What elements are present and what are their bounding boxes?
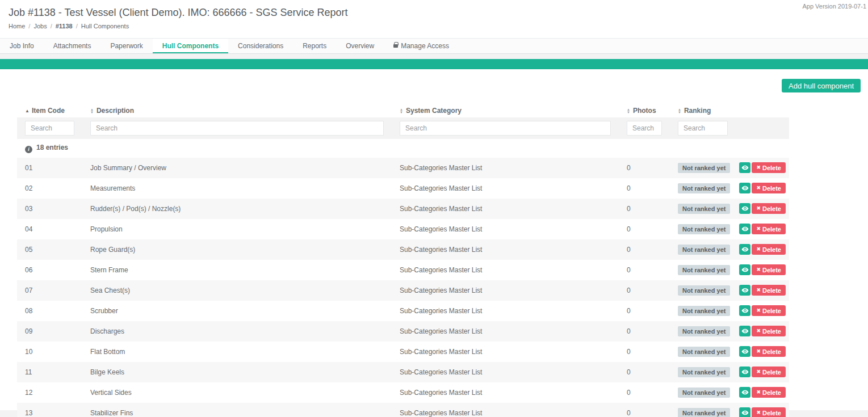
row-actions: ✖Delete (739, 224, 786, 234)
view-button[interactable] (739, 305, 750, 316)
panel-accent-bar (0, 59, 868, 69)
delete-label: Delete (762, 369, 781, 376)
cell-description: Discharges (82, 321, 392, 342)
view-button[interactable] (739, 326, 750, 336)
tab-label: Considerations (238, 42, 283, 50)
tab-considerations[interactable]: Considerations (228, 39, 293, 53)
delete-button[interactable]: ✖Delete (752, 367, 786, 377)
sort-icon: ▲▼ (400, 108, 403, 114)
ranking-badge: Not ranked yet (678, 163, 730, 173)
view-button[interactable] (739, 367, 750, 377)
delete-label: Delete (762, 328, 781, 335)
breadcrumb-item-hull-components[interactable]: Hull Components (81, 23, 129, 30)
tab-attachments[interactable]: Attachments (44, 39, 101, 53)
column-header-ranking[interactable]: ▲▼Ranking (670, 104, 736, 117)
cell-description: Stabilizer Fins (82, 403, 392, 417)
eye-icon (741, 307, 749, 314)
eye-icon (741, 184, 749, 192)
view-button[interactable] (739, 285, 750, 296)
breadcrumb-item--1138[interactable]: #1138 (56, 23, 73, 30)
tab-paperwork[interactable]: Paperwork (100, 39, 152, 53)
view-button[interactable] (739, 346, 750, 357)
cell-photos: 0 (619, 301, 670, 321)
cell-ranking: Not ranked yet (670, 199, 736, 219)
tab-label: Attachments (53, 42, 91, 50)
tab-reports[interactable]: Reports (293, 39, 336, 53)
cell-ranking: Not ranked yet (670, 158, 736, 178)
cell-system-category: Sub-Categories Master List (392, 260, 619, 280)
view-button[interactable] (739, 162, 750, 173)
cell-actions: ✖Delete (736, 158, 789, 178)
delete-button[interactable]: ✖Delete (752, 285, 786, 296)
view-button[interactable] (739, 244, 750, 255)
tab-bar: Job InfoAttachmentsPaperworkHull Compone… (0, 38, 868, 54)
delete-button[interactable]: ✖Delete (752, 305, 786, 316)
ranking-badge: Not ranked yet (678, 367, 730, 377)
delete-button[interactable]: ✖Delete (752, 244, 786, 255)
search-photos-input[interactable] (627, 121, 662, 136)
cell-photos: 0 (619, 403, 670, 417)
column-label: Item Code (32, 107, 65, 115)
delete-button[interactable]: ✖Delete (752, 387, 786, 398)
filter-cell-system-category (392, 117, 619, 139)
column-header-photos[interactable]: ▲▼Photos (619, 104, 670, 117)
cell-ranking: Not ranked yet (670, 321, 736, 342)
eye-icon (741, 287, 749, 294)
filter-cell-photos (619, 117, 670, 139)
search-ranking-input[interactable] (678, 121, 728, 136)
cell-photos: 0 (619, 321, 670, 342)
add-hull-component-button[interactable]: Add hull component (782, 79, 861, 92)
tab-job-info[interactable]: Job Info (0, 39, 44, 53)
cell-description: Bilge Keels (82, 362, 392, 382)
breadcrumb-item-jobs[interactable]: Jobs (33, 23, 47, 30)
column-header-item-code[interactable]: ▲Item Code (17, 104, 82, 117)
delete-button[interactable]: ✖Delete (752, 264, 786, 275)
view-button[interactable] (739, 183, 750, 193)
delete-label: Delete (762, 308, 781, 314)
delete-button[interactable]: ✖Delete (752, 203, 786, 214)
view-button[interactable] (739, 203, 750, 214)
x-icon: ✖ (756, 308, 761, 313)
delete-button[interactable]: ✖Delete (752, 162, 786, 173)
delete-button[interactable]: ✖Delete (752, 346, 786, 357)
search-item-code-input[interactable] (25, 121, 74, 136)
cell-actions: ✖Delete (736, 219, 789, 239)
cell-item-code: 10 (17, 342, 82, 362)
column-header-actions (736, 104, 789, 117)
view-button[interactable] (739, 264, 750, 275)
tab-manage-access[interactable]: Manage Access (384, 39, 459, 53)
column-header-system-category[interactable]: ▲▼System Category (392, 104, 619, 117)
column-header-description[interactable]: ▲▼Description (82, 104, 392, 117)
cell-photos: 0 (619, 219, 670, 239)
cell-actions: ✖Delete (736, 199, 789, 219)
cell-actions: ✖Delete (736, 178, 789, 199)
row-actions: ✖Delete (739, 264, 786, 275)
sort-icon: ▲▼ (90, 108, 94, 114)
view-button[interactable] (739, 387, 750, 398)
delete-button[interactable]: ✖Delete (752, 407, 786, 417)
delete-button[interactable]: ✖Delete (752, 183, 786, 193)
delete-label: Delete (762, 246, 781, 253)
delete-label: Delete (762, 410, 781, 416)
cell-ranking: Not ranked yet (670, 382, 736, 403)
tab-overview[interactable]: Overview (336, 39, 384, 53)
table-row: 01Job Summary / OverviewSub-Categories M… (17, 158, 789, 178)
cell-item-code: 02 (17, 178, 82, 199)
ranking-badge: Not ranked yet (678, 285, 730, 296)
table-row: 02MeasurementsSub-Categories Master List… (17, 178, 789, 199)
eye-icon (741, 327, 749, 335)
breadcrumb-item-home[interactable]: Home (9, 23, 25, 30)
delete-button[interactable]: ✖Delete (752, 224, 786, 234)
cell-ranking: Not ranked yet (670, 362, 736, 382)
view-button[interactable] (739, 407, 750, 417)
search-description-input[interactable] (90, 121, 384, 136)
tab-label: Overview (346, 42, 374, 50)
tab-hull-components[interactable]: Hull Components (153, 39, 228, 53)
row-actions: ✖Delete (739, 285, 786, 296)
column-label: Ranking (684, 107, 711, 115)
search-system-category-input[interactable] (400, 121, 611, 136)
delete-button[interactable]: ✖Delete (752, 326, 786, 336)
view-button[interactable] (739, 224, 750, 234)
cell-ranking: Not ranked yet (670, 403, 736, 417)
ranking-badge: Not ranked yet (678, 183, 730, 193)
